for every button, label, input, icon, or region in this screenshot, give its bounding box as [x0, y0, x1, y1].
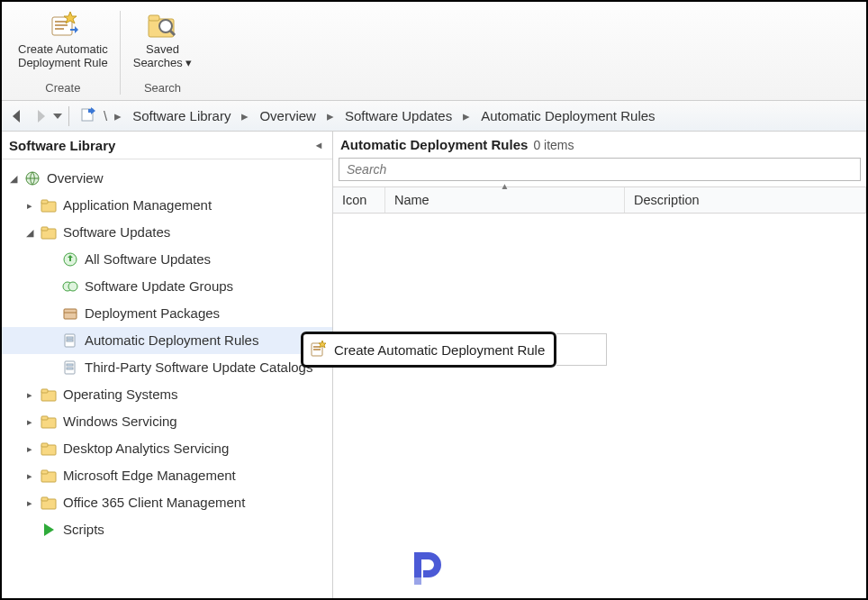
folder-icon	[40, 196, 58, 214]
crumb-adr[interactable]: Automatic Deployment Rules	[475, 105, 660, 126]
pane-collapse-button[interactable]: ◂	[312, 137, 325, 153]
expander-icon[interactable]: ◢	[23, 226, 36, 239]
tree-node-os[interactable]: ▸ Operating Systems	[2, 381, 332, 408]
column-headers: Icon ▲ Name Description	[333, 186, 866, 214]
expander-icon[interactable]: ▸	[23, 199, 36, 212]
col-name-label: Name	[394, 193, 429, 207]
tree-node-desktop-analytics[interactable]: ▸ Desktop Analytics Servicing	[2, 435, 332, 462]
tree-label: Software Updates	[63, 219, 170, 246]
saved-searches-button[interactable]: Saved Searches ▾	[130, 7, 196, 72]
tree-node-app-mgmt[interactable]: ▸ Application Management	[2, 192, 332, 219]
svg-rect-19	[41, 227, 48, 231]
expander-icon[interactable]: ◢	[7, 172, 20, 185]
folder-icon	[40, 223, 58, 241]
tree-label: Scripts	[63, 516, 104, 543]
create-adr-button[interactable]: Create Automatic Deployment Rule	[14, 7, 112, 72]
watermark-logo	[409, 547, 448, 589]
context-create-adr-label: Create Automatic Deployment Rule	[334, 342, 545, 358]
expander-icon[interactable]: ▸	[23, 469, 36, 482]
create-adr-label: Create Automatic Deployment Rule	[18, 43, 108, 70]
sort-indicator-icon: ▲	[501, 181, 510, 191]
svg-rect-44	[313, 349, 321, 350]
tree-node-deployment-packages[interactable]: ▸ Deployment Packages	[2, 300, 332, 327]
tree-node-software-updates[interactable]: ◢ Software Updates	[2, 219, 332, 246]
tree-pane: Software Library ◂ ◢ Overview ▸ Applicat…	[2, 132, 333, 598]
svg-rect-26	[67, 337, 73, 339]
crumb-software-updates[interactable]: Software Updates	[339, 105, 457, 126]
chevron-right-icon: ▸	[240, 108, 250, 124]
svg-rect-27	[67, 340, 73, 341]
svg-marker-10	[13, 110, 20, 123]
expander-icon[interactable]: ▸	[23, 415, 36, 428]
svg-rect-34	[41, 416, 48, 420]
tree-node-su-groups[interactable]: ▸ Software Update Groups	[2, 273, 332, 300]
tree-node-scripts[interactable]: ▸ Scripts	[2, 516, 332, 543]
tree-label: Overview	[47, 165, 104, 192]
tree-node-overview[interactable]: ◢ Overview	[2, 165, 332, 192]
folder-icon	[40, 467, 58, 485]
tree-label: Desktop Analytics Servicing	[63, 435, 229, 462]
package-icon	[61, 305, 79, 323]
nav-forward-button[interactable]	[30, 105, 51, 127]
folder-icon	[40, 413, 58, 431]
create-adr-menu-icon	[309, 340, 327, 360]
expander-icon[interactable]: ▸	[23, 496, 36, 509]
svg-point-8	[159, 20, 172, 32]
tree: ◢ Overview ▸ Application Management ◢ So…	[2, 159, 332, 598]
svg-marker-41	[44, 523, 54, 536]
context-menu-trail	[556, 333, 607, 366]
folder-icon	[40, 440, 58, 458]
adr-icon	[61, 332, 79, 350]
expander-icon[interactable]: ▸	[23, 442, 36, 455]
crumb-overview[interactable]: Overview	[254, 105, 321, 126]
col-icon[interactable]: Icon	[333, 187, 385, 213]
svg-rect-3	[55, 28, 64, 30]
col-description[interactable]: Description	[625, 187, 866, 213]
chevron-right-icon: ▸	[461, 108, 472, 124]
context-create-adr[interactable]: Create Automatic Deployment Rule	[301, 332, 556, 368]
main-title: Automatic Deployment Rules	[340, 137, 528, 152]
ribbon-group-search: Saved Searches ▾ Search	[121, 5, 205, 100]
tree-node-third-party[interactable]: ▸ Third-Party Software Update Catalogs	[2, 354, 332, 381]
tree-node-o365[interactable]: ▸ Office 365 Client Management	[2, 489, 332, 516]
ribbon-group-create: Create Automatic Deployment Rule Create	[5, 5, 121, 100]
svg-rect-32	[41, 389, 48, 393]
crumb-software-library[interactable]: Software Library	[127, 105, 236, 126]
chevron-right-icon: ▸	[113, 108, 123, 124]
search-input[interactable]	[339, 158, 861, 181]
svg-rect-7	[149, 15, 159, 21]
folder-icon	[40, 386, 58, 404]
tree-pane-header: Software Library ◂	[2, 132, 332, 159]
updates-icon	[61, 250, 79, 268]
tree-title: Software Library	[9, 138, 115, 153]
breadcrumb: \ ▸ Software Library ▸ Overview ▸ Softwa…	[102, 105, 661, 126]
col-name[interactable]: ▲ Name	[385, 187, 625, 213]
nav-bar: \ ▸ Software Library ▸ Overview ▸ Softwa…	[2, 101, 866, 132]
tree-label: Third-Party Software Update Catalogs	[85, 354, 312, 381]
saved-searches-label: Saved Searches ▾	[133, 43, 193, 70]
globe-icon	[23, 169, 41, 187]
search-row	[333, 158, 866, 186]
main-pane: Automatic Deployment Rules 0 items Icon …	[333, 132, 866, 598]
tree-node-edge-mgmt[interactable]: ▸ Microsoft Edge Management	[2, 462, 332, 489]
svg-rect-1	[55, 21, 68, 23]
nav-back-button[interactable]	[6, 105, 28, 127]
tree-node-windows-servicing[interactable]: ▸ Windows Servicing	[2, 408, 332, 435]
saved-searches-icon	[146, 9, 178, 41]
svg-rect-29	[67, 364, 73, 366]
svg-rect-23	[64, 309, 77, 319]
svg-rect-17	[41, 200, 48, 204]
tree-label: Office 365 Client Management	[63, 489, 245, 516]
chevron-right-icon: ▸	[325, 108, 336, 124]
folder-icon	[40, 494, 58, 512]
nav-root-icon[interactable]	[75, 106, 102, 125]
svg-marker-12	[53, 114, 62, 119]
svg-rect-30	[67, 368, 73, 369]
tree-node-adr[interactable]: ▸ Automatic Deployment Rules	[2, 327, 332, 354]
tree-label: Deployment Packages	[85, 300, 220, 327]
expander-icon[interactable]: ▸	[23, 388, 36, 401]
nav-history-dropdown[interactable]	[52, 105, 63, 127]
play-icon	[40, 521, 58, 539]
tree-node-all-software-updates[interactable]: ▸ All Software Updates	[2, 246, 332, 273]
tree-label: Microsoft Edge Management	[63, 462, 236, 489]
